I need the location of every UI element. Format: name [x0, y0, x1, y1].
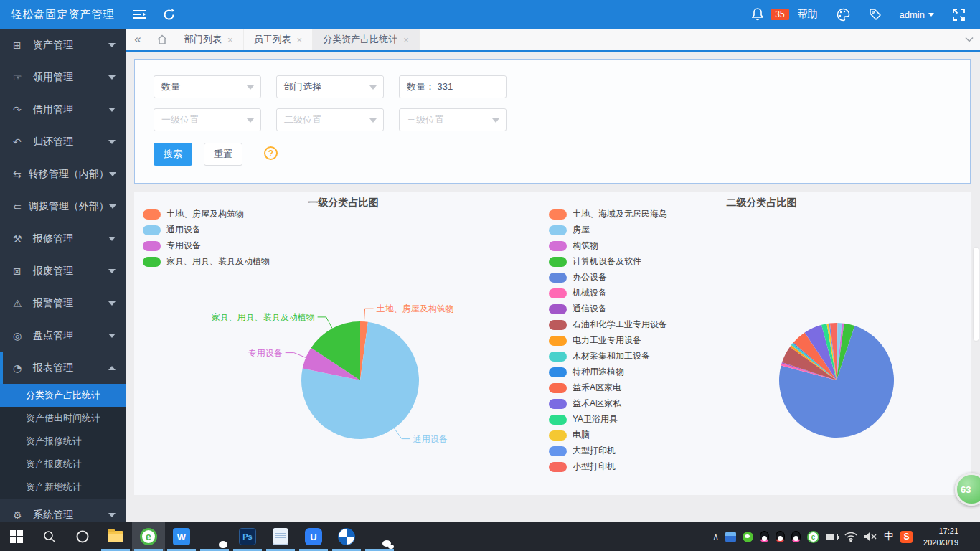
tray-expand-icon[interactable]: ∧ — [712, 532, 719, 542]
volume-muted-icon[interactable] — [864, 532, 877, 542]
sidebar-subitem-分类资产占比统计[interactable]: 分类资产占比统计 — [0, 384, 126, 407]
report-pie-icon: ◔ — [13, 362, 26, 374]
menu-icon[interactable] — [126, 0, 154, 29]
wps-icon[interactable]: W — [165, 522, 198, 551]
tab-close-icon[interactable]: × — [403, 34, 409, 45]
asset-cube-icon: ⊞ — [13, 39, 26, 51]
file-explorer-icon[interactable] — [99, 522, 132, 551]
qq-account-1-icon[interactable] — [760, 531, 769, 542]
sidebar-subitem-资产借出时间统计[interactable]: 资产借出时间统计 — [0, 407, 126, 430]
tab-close-icon[interactable]: × — [227, 34, 233, 45]
chevron-down-icon — [369, 118, 377, 123]
wechat-icon[interactable] — [363, 522, 396, 551]
chevron-down-icon — [108, 334, 116, 338]
department-select[interactable]: 部门选择 — [276, 75, 384, 98]
taskbar-clock[interactable]: 17:21 2020/3/19 — [919, 525, 964, 549]
tag-icon[interactable] — [861, 0, 890, 29]
alarm-bell-icon: ⚠ — [13, 298, 26, 309]
sogou-icon[interactable]: S — [900, 531, 913, 543]
chevron-down-icon — [108, 513, 116, 517]
filter-panel: 数量 部门选择 数量： 331 一级位置 二级位置 三级位置 搜索 重置 ? — [134, 59, 971, 184]
sidebar-item-label: 系统管理 — [33, 509, 108, 522]
sidebar-item-label: 借用管理 — [33, 103, 108, 116]
stat-type-select[interactable]: 数量 — [154, 75, 261, 98]
search-icon[interactable] — [33, 522, 66, 551]
inventory-magnifier-icon: ◎ — [13, 330, 26, 342]
user-menu[interactable]: admin — [900, 9, 934, 20]
transfer-arrows-icon: ⇆ — [13, 169, 22, 180]
tray-360-icon[interactable]: e — [807, 531, 819, 543]
pie-label: 家具、用具、装具及动植物 — [212, 312, 315, 322]
search-button[interactable]: 搜索 — [154, 143, 192, 166]
location-level3-select[interactable]: 三级位置 — [399, 108, 507, 131]
sidebar-item-盘点管理[interactable]: ◎盘点管理 — [0, 319, 126, 352]
pinwheel-app-icon[interactable] — [330, 522, 363, 551]
sidebar-item-报警管理[interactable]: ⚠报警管理 — [0, 287, 126, 319]
windows-logo-icon — [10, 530, 23, 543]
location-level2-select[interactable]: 二级位置 — [276, 108, 384, 131]
refresh-icon[interactable] — [154, 0, 183, 29]
qq-account-2-icon[interactable] — [776, 531, 785, 542]
cloud-box-icon[interactable] — [725, 532, 736, 542]
sidebar-item-label: 报废管理 — [33, 265, 108, 278]
help-circle-icon[interactable]: ? — [264, 146, 278, 160]
chevron-down-icon — [108, 301, 116, 306]
sidebar-item-系统管理[interactable]: ⚙系统管理 — [0, 499, 126, 522]
sidebar-item-资产管理[interactable]: ⊞资产管理 — [0, 29, 126, 61]
bell-icon[interactable] — [743, 0, 772, 29]
sidebar-item-报表管理[interactable]: ◔报表管理 — [0, 352, 126, 384]
battery-icon[interactable] — [826, 534, 838, 540]
tabs-collapse-icon[interactable] — [958, 29, 980, 50]
quantity-field[interactable]: 数量： 331 — [399, 75, 507, 98]
system-gear-icon: ⚙ — [13, 509, 26, 521]
sidebar-submenu: 分类资产占比统计资产借出时间统计资产报修统计资产报废统计资产新增统计 — [0, 384, 126, 499]
browser-360-icon[interactable]: e — [132, 522, 165, 551]
sidebar-item-归还管理[interactable]: ↶归还管理 — [0, 126, 126, 158]
sidebar-subitem-资产新增统计[interactable]: 资产新增统计 — [0, 476, 126, 499]
uzer-icon[interactable]: U — [297, 522, 330, 551]
wechat-tray-icon[interactable] — [743, 532, 753, 542]
qq-account-3-icon-glyph — [791, 531, 801, 542]
tab-list: 部门列表×员工列表×分类资产占比统计× — [174, 29, 420, 50]
sidebar-item-label: 调拨管理（外部） — [29, 200, 109, 213]
tabs-scroll-left-icon[interactable]: « — [126, 29, 150, 50]
pie-label-line — [286, 353, 306, 358]
help-link[interactable]: 帮助 — [798, 8, 818, 21]
photoshop-icon[interactable]: Ps — [231, 522, 264, 551]
baofeng-bear-icon[interactable] — [198, 522, 231, 551]
sidebar-item-转移管理（内部）[interactable]: ⇆转移管理（内部） — [0, 158, 126, 190]
wifi-icon[interactable] — [844, 532, 857, 542]
cortana-icon[interactable] — [66, 522, 99, 551]
pie-label: 土地、房屋及构筑物 — [377, 303, 454, 314]
notification-badge[interactable]: 35 — [771, 9, 788, 20]
palette-icon[interactable] — [829, 0, 858, 29]
sidebar-item-报废管理[interactable]: ⊠报废管理 — [0, 255, 126, 287]
sidebar-subitem-资产报废统计[interactable]: 资产报废统计 — [0, 453, 126, 476]
tab-分类资产占比统计[interactable]: 分类资产占比统计× — [313, 29, 420, 50]
sidebar-item-领用管理[interactable]: ☞领用管理 — [0, 61, 126, 93]
sidebar-item-借用管理[interactable]: ↷借用管理 — [0, 93, 126, 126]
reset-button[interactable]: 重置 — [204, 143, 242, 166]
scrollbar-thumb[interactable] — [974, 248, 979, 341]
sidebar-item-报修管理[interactable]: ⚒报修管理 — [0, 222, 126, 255]
sidebar-item-调拨管理（外部）[interactable]: ⇚调拨管理（外部） — [0, 190, 126, 222]
pie-label: 通用设备 — [413, 434, 448, 444]
tab-部门列表[interactable]: 部门列表× — [174, 29, 244, 50]
pie-chart-1[interactable]: 土地、房屋及构筑物通用设备专用设备家具、用具、装具及动植物 — [134, 192, 552, 494]
pie-chart-2[interactable] — [552, 192, 971, 494]
chevron-down-icon — [109, 204, 116, 209]
pinwheel-app-icon-glyph — [338, 528, 355, 545]
location-level1-select[interactable]: 一级位置 — [154, 108, 261, 131]
tab-close-icon[interactable]: × — [297, 34, 303, 45]
tab-label: 部门列表 — [184, 33, 222, 46]
ime-indicator[interactable]: 中 — [884, 530, 894, 543]
tab-员工列表[interactable]: 员工列表× — [244, 29, 314, 50]
sidebar-subitem-资产报修统计[interactable]: 资产报修统计 — [0, 430, 126, 453]
qq-account-3-icon[interactable] — [791, 531, 801, 542]
home-tab-icon[interactable] — [150, 29, 174, 50]
start-button[interactable] — [0, 522, 33, 551]
chevron-down-icon — [108, 108, 116, 112]
pie-label-line — [318, 317, 333, 329]
fullscreen-icon[interactable] — [944, 0, 973, 29]
notepad-icon[interactable] — [264, 522, 297, 551]
